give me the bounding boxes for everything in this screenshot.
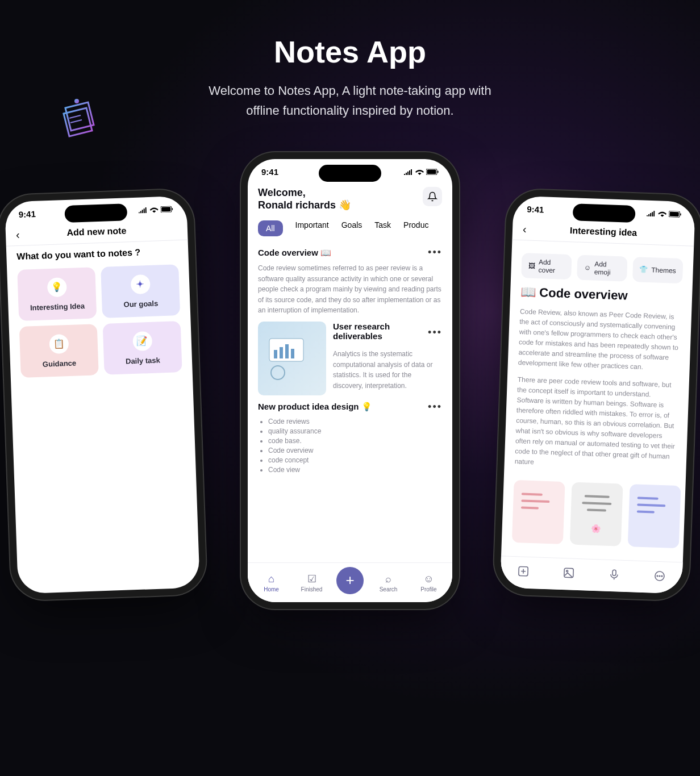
nav-home[interactable]: ⌂ Home (256, 573, 287, 593)
picture-icon (563, 567, 575, 579)
theme-swatch-grey[interactable]: 🌸 (570, 482, 623, 546)
tab-task[interactable]: Task (374, 220, 391, 236)
note-thumbnail (258, 322, 326, 395)
prompt-question: What do you want to notes ? (6, 246, 188, 262)
image-button[interactable] (563, 567, 575, 582)
notch (319, 165, 381, 182)
theme-swatch-blue[interactable] (628, 484, 681, 548)
note-title: User research deliverables (333, 322, 428, 341)
svg-line-0 (69, 115, 81, 118)
note-title: New product idea design 💡 (258, 402, 372, 412)
back-icon[interactable]: ‹ (16, 228, 20, 241)
theme-swatches: 🌸 (501, 473, 685, 555)
clipboard-icon: 📋 (49, 334, 69, 354)
tab-goals[interactable]: Goals (341, 220, 363, 236)
tile-label: Guidance (43, 358, 77, 368)
notification-button[interactable] (423, 187, 442, 206)
pill-label: Add emoji (594, 260, 620, 277)
sparkle-icon: ✦ (130, 274, 150, 294)
more-circle-icon (654, 570, 666, 582)
pill-label: Themes (651, 266, 676, 275)
note-icon: 📝 (132, 331, 152, 351)
svg-rect-21 (564, 568, 574, 578)
article-paragraph: There are peer code review tools and sof… (515, 374, 679, 472)
notch (64, 203, 127, 223)
svg-point-14 (271, 366, 285, 379)
plus-icon: + (345, 571, 354, 589)
add-note-fab[interactable]: + (336, 567, 364, 594)
tile-daily-task[interactable]: 📝 Daily task (103, 321, 182, 375)
voice-button[interactable] (608, 569, 620, 583)
image-icon: 🖼 (528, 262, 535, 270)
hero-subtitle: Welcome to Notes App, A light note-takin… (0, 81, 700, 120)
screen-title: Add new note (16, 224, 177, 240)
more-icon[interactable]: ••• (428, 247, 442, 258)
app-logo-icon (57, 97, 102, 142)
svg-point-27 (661, 575, 663, 577)
more-icon[interactable]: ••• (428, 327, 442, 339)
search-icon: ⌕ (385, 573, 391, 585)
more-button[interactable] (653, 570, 665, 585)
svg-rect-10 (274, 350, 277, 358)
plus-square-icon (518, 565, 530, 577)
note-excerpt: Code review sometimes referred to as pee… (258, 263, 442, 316)
svg-point-26 (659, 575, 660, 577)
tile-label: Interesting Idea (30, 301, 85, 311)
svg-rect-5 (172, 208, 173, 210)
nav-profile[interactable]: ☺ Profile (413, 573, 444, 593)
status-icons (138, 204, 173, 215)
theme-swatch-pink[interactable] (512, 480, 565, 544)
welcome-label: Welcome, (258, 187, 351, 199)
hero-title: Notes App (0, 34, 700, 69)
tile-guidance[interactable]: 📋 Guidance (19, 324, 99, 378)
back-icon[interactable]: ‹ (523, 223, 527, 236)
add-emoji-button[interactable]: ☺ Add emoji (577, 255, 627, 282)
svg-rect-12 (285, 344, 289, 358)
bell-icon (427, 191, 438, 202)
more-icon[interactable]: ••• (428, 401, 442, 413)
person-icon: ☺ (423, 573, 434, 585)
nav-search[interactable]: ⌕ Search (373, 573, 404, 593)
status-time: 9:41 (19, 209, 36, 219)
tile-our-goals[interactable]: ✦ Our goals (101, 264, 180, 318)
tab-all[interactable]: All (258, 220, 283, 236)
pill-label: Add cover (538, 258, 565, 275)
note-card[interactable]: Code overview 📖 ••• Code review sometime… (258, 247, 442, 316)
svg-rect-23 (612, 570, 616, 575)
nav-finished[interactable]: ☑ Finished (296, 573, 327, 593)
svg-point-22 (566, 570, 568, 572)
svg-rect-16 (670, 212, 679, 217)
user-name: Ronald richards 👋 (258, 199, 351, 211)
lightbulb-icon: 💡 (47, 277, 66, 297)
tab-important[interactable]: Important (295, 220, 329, 236)
nav-label: Search (380, 586, 398, 593)
status-time: 9:41 (527, 204, 544, 214)
nav-label: Home (264, 586, 279, 593)
mic-icon (609, 569, 620, 581)
add-cover-button[interactable]: 🖼 Add cover (521, 253, 572, 279)
themes-button[interactable]: 👕 Themes (632, 257, 684, 283)
tab-product[interactable]: Produc (403, 220, 428, 236)
home-icon: ⌂ (268, 573, 274, 585)
svg-rect-17 (680, 213, 681, 215)
flower-icon: 🌸 (578, 523, 614, 533)
notch (573, 203, 636, 223)
check-clipboard-icon: ☑ (307, 573, 316, 585)
note-detail-screen: 9:41 ‹ Interesting idea 🖼 Add cover ☺ Ad… (500, 196, 695, 594)
tile-interesting-idea[interactable]: 💡 Interesting Idea (17, 267, 97, 321)
status-icons (404, 167, 439, 177)
note-title: Code overview 📖 (258, 248, 331, 258)
svg-rect-13 (291, 349, 294, 358)
add-note-screen: 9:41 ‹ Add new note What do you want to … (5, 196, 200, 594)
note-bullets: Code reviews quality assurance code base… (268, 418, 442, 474)
svg-rect-11 (280, 347, 283, 358)
home-screen: 9:41 Welcome, Ronald richards 👋 All Impo… (248, 159, 452, 602)
smiley-icon: ☺ (584, 264, 591, 272)
screen-title: Interesting idea (523, 224, 684, 240)
nav-label: Finished (301, 586, 323, 593)
note-card[interactable]: User research deliverables ••• Analytics… (258, 322, 442, 395)
status-time: 9:41 (261, 167, 278, 177)
tshirt-icon: 👕 (639, 265, 648, 274)
note-card[interactable]: New product idea design 💡 ••• Code revie… (258, 401, 442, 474)
add-block-button[interactable] (518, 565, 530, 580)
